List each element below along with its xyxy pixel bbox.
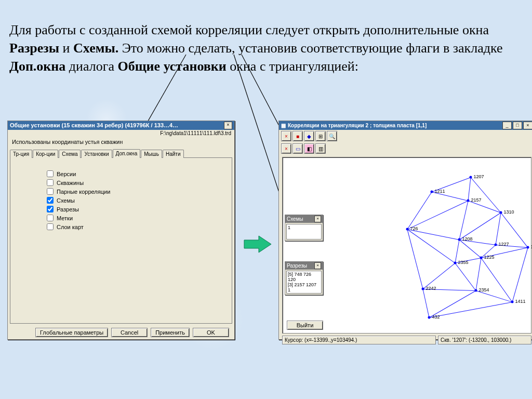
graph-edge xyxy=(481,258,513,302)
global-params-button[interactable]: Глобальные параметры xyxy=(35,328,108,337)
razrezy-panel[interactable]: Разрезы × [5] 748 726 120[3] 2157 1207 1 xyxy=(285,261,323,295)
apply-button[interactable]: Применить xyxy=(151,328,190,337)
list-item[interactable]: 1 xyxy=(288,225,320,230)
text-bold: Общие установки xyxy=(117,59,226,74)
checkbox-метки[interactable]: Метки xyxy=(47,215,232,221)
checkbox-разрезы[interactable]: Разрезы xyxy=(47,206,232,212)
dialog-buttons: Глобальные параметры Cancel Применить OK xyxy=(8,324,234,337)
graph-node[interactable]: 2355 xyxy=(454,262,457,264)
checkbox-input[interactable] xyxy=(47,170,54,177)
text-bold: Разрезы xyxy=(9,41,59,56)
checkbox-label: Скважины xyxy=(57,180,84,186)
green-arrow-icon xyxy=(243,235,273,254)
cancel-button[interactable]: Cancel xyxy=(111,328,148,337)
checkbox-input[interactable] xyxy=(47,223,54,230)
tab-кор-ции[interactable]: Кор-ции xyxy=(33,150,58,158)
checkbox-скважины[interactable]: Скважины xyxy=(47,179,232,186)
toolbar-button[interactable]: ⊞ xyxy=(315,131,326,141)
node-label: 1411 xyxy=(515,299,526,304)
node-label: 1207 xyxy=(474,174,484,179)
graph-node[interactable]: 1225 xyxy=(480,257,483,259)
tab-мышь[interactable]: Мышь xyxy=(141,150,162,158)
toolbar-button[interactable]: ◧ xyxy=(304,143,314,154)
tab-доп.окна[interactable]: Доп.окна xyxy=(113,149,141,157)
text: окна с триангуляцией: xyxy=(230,59,358,74)
toolbar-1: × ■ ◆ ⊞ 🔍 xyxy=(279,130,532,142)
razrezy-list[interactable]: [5] 748 726 120[3] 2157 1207 1 xyxy=(286,271,322,294)
graph-node[interactable]: 1229 xyxy=(527,246,529,249)
text-bold: Доп.окна xyxy=(9,59,65,74)
list-item[interactable]: [5] 748 726 120 xyxy=(288,272,320,282)
instruction-text: Для работы с созданной схемой корреляции… xyxy=(9,21,508,75)
tab-panel-dopokna: ВерсииСкважиныПарные корреляцииСхемыРазр… xyxy=(10,157,232,324)
toolbar-button[interactable]: 🔍 xyxy=(327,131,337,141)
close-icon[interactable]: × xyxy=(224,122,232,129)
node-label: 1208 xyxy=(462,236,473,242)
triangulation-titlebar[interactable]: ▦ Корреляции на триангуляции 2 ; толщина… xyxy=(279,121,532,130)
ok-button[interactable]: OK xyxy=(193,328,229,337)
close-icon[interactable]: × xyxy=(314,216,321,222)
toolbar-button[interactable]: ■ xyxy=(292,131,303,141)
graph-node[interactable]: 1227 xyxy=(495,244,497,246)
dialog-title: Общие установки (15 скважин 34 ребер) (4… xyxy=(10,121,178,130)
graph-node[interactable]: 432 xyxy=(428,316,431,319)
node-label: 2354 xyxy=(479,287,489,292)
tab-тр-ция[interactable]: Тр-ция xyxy=(10,150,32,158)
checkbox-label: Версии xyxy=(57,171,76,177)
text: Для работы с созданной схемой корреляции… xyxy=(9,22,489,37)
checkbox-input[interactable] xyxy=(47,188,54,195)
graph-node[interactable]: 2354 xyxy=(475,289,477,292)
graph-canvas[interactable]: 1207121121571310726120812271229122523552… xyxy=(282,157,531,334)
node-label: 2157 xyxy=(471,197,482,203)
checkbox-парные-корреляции[interactable]: Парные корреляции xyxy=(47,188,232,195)
info-text: Использованы координаты устья скважин xyxy=(8,137,234,149)
checkbox-input[interactable] xyxy=(47,215,54,221)
text: диалога xyxy=(69,59,118,74)
tab-найти[interactable]: Найти xyxy=(163,150,184,158)
window-buttons: _ □ × xyxy=(502,122,532,129)
checkbox-label: Разрезы xyxy=(57,206,79,212)
minimize-icon[interactable]: _ xyxy=(502,122,512,129)
checkbox-схемы[interactable]: Схемы xyxy=(47,197,232,204)
toolbar-button[interactable]: × xyxy=(281,131,291,141)
schemy-panel[interactable]: Схемы × 1 xyxy=(285,215,323,241)
panel-title: Схемы xyxy=(287,216,303,222)
status-bar: Курсор: (x=-13399.,y=103494.) Скв. '1207… xyxy=(282,336,531,344)
maximize-icon[interactable]: □ xyxy=(513,122,522,129)
panel-title: Разрезы xyxy=(287,263,307,269)
toolbar-button[interactable]: × xyxy=(281,143,291,154)
exit-button[interactable]: Выйти xyxy=(287,321,323,330)
graph-node[interactable]: 1207 xyxy=(470,176,472,179)
toolbar-button[interactable]: ◆ xyxy=(304,131,314,141)
graph-edge xyxy=(476,258,482,290)
dialog-titlebar[interactable]: Общие установки (15 скважин 34 ребер) (4… xyxy=(8,121,234,130)
tab-схема[interactable]: Схема xyxy=(59,150,81,158)
tab-установки[interactable]: Установки xyxy=(81,150,112,158)
graph-node[interactable]: 2242 xyxy=(422,288,424,290)
triangulation-window: ▦ Корреляции на триангуляции 2 ; толщина… xyxy=(278,121,532,340)
node-label: 726 xyxy=(410,226,418,231)
list-item[interactable]: [3] 2157 1207 1 xyxy=(288,282,320,292)
close-icon[interactable]: × xyxy=(523,122,532,129)
node-label: 2355 xyxy=(458,260,469,265)
toolbar-button[interactable]: ▭ xyxy=(292,143,303,154)
checkbox-версии[interactable]: Версии xyxy=(47,170,232,177)
schemy-list[interactable]: 1 xyxy=(286,224,322,240)
graph-node[interactable]: 1310 xyxy=(500,211,502,214)
checkbox-label: Слои карт xyxy=(57,224,84,230)
graph-node[interactable]: 1208 xyxy=(458,238,461,241)
graph-node[interactable]: 1411 xyxy=(511,301,514,303)
checkbox-input[interactable] xyxy=(47,206,54,212)
checkbox-слои-карт[interactable]: Слои карт xyxy=(47,223,232,230)
close-icon[interactable]: × xyxy=(314,262,321,269)
graph-node[interactable]: 2157 xyxy=(467,200,470,202)
general-settings-dialog: Общие установки (15 скважин 34 ребер) (4… xyxy=(7,121,235,340)
graph-node[interactable]: 726 xyxy=(406,228,409,231)
graph-edge xyxy=(423,289,430,317)
checkbox-input[interactable] xyxy=(47,197,54,204)
node-label: 2242 xyxy=(426,286,436,291)
checkbox-input[interactable] xyxy=(47,179,54,186)
toolbar-button[interactable]: ▥ xyxy=(315,143,326,154)
text-bold: Схемы. xyxy=(73,41,118,56)
graph-node[interactable]: 1211 xyxy=(431,191,433,193)
